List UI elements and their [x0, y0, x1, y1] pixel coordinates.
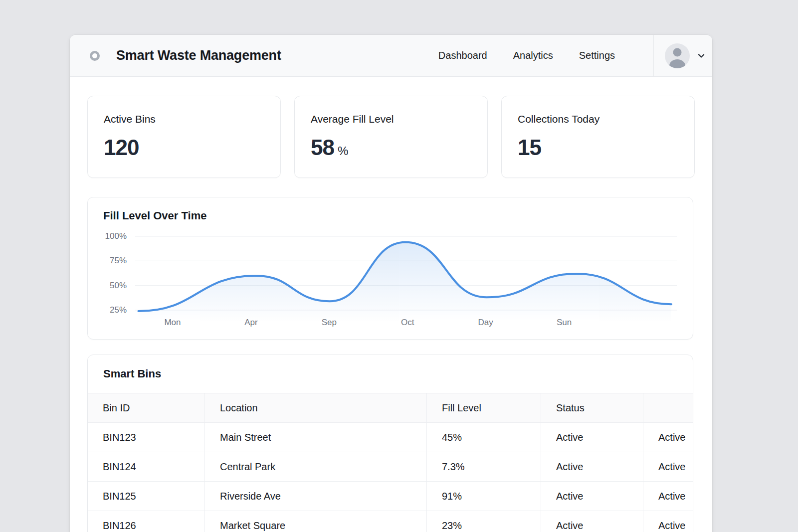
nav-item-analytics[interactable]: Analytics	[513, 50, 553, 61]
chart-title: Fill Level Over Time	[103, 209, 206, 222]
stat-label: Collections Today	[518, 113, 678, 125]
cell-bin-id: BIN126	[88, 511, 205, 532]
stat-label: Average Fill Level	[311, 113, 471, 125]
x-axis-label: Oct	[385, 317, 430, 328]
fill-level-chart	[135, 227, 677, 322]
stat-suffix: %	[338, 144, 348, 158]
cell-status: Active	[541, 452, 643, 481]
cell-status: Active	[541, 423, 643, 452]
cell-location: Market Square	[205, 511, 427, 532]
table-title: Smart Bins	[88, 355, 693, 393]
y-axis-label: 75%	[96, 255, 127, 266]
page: { "header": { "title": "Smart Waste Mana…	[0, 0, 798, 532]
cell-status-extra: Active	[643, 452, 693, 481]
fill-level-chart-card: Fill Level Over Time 100%75%50%25% MonAp…	[87, 197, 693, 340]
stat-value: 15	[518, 135, 678, 160]
cell-location: Riverside Ave	[205, 482, 427, 511]
smart-bins-table: Bin ID Location Fill Level Status BIN123…	[88, 393, 693, 532]
x-axis-label: Sun	[542, 317, 587, 328]
table-row: BIN124 Central Park 7.3% Active Active	[88, 452, 693, 481]
x-axis-label: Day	[463, 317, 508, 328]
user-menu[interactable]	[654, 43, 712, 68]
avatar[interactable]	[665, 43, 690, 68]
topbar: Smart Waste Management Dashboard Analyti…	[70, 35, 712, 77]
cell-bin-id: BIN124	[88, 452, 205, 481]
app-window: Smart Waste Management Dashboard Analyti…	[70, 35, 712, 532]
cell-bin-id: BIN123	[88, 423, 205, 452]
column-header-fill-level: Fill Level	[427, 393, 541, 422]
nav-item-settings[interactable]: Settings	[579, 50, 615, 61]
app-title: Smart Waste Management	[116, 48, 281, 63]
cell-status-extra: Active	[643, 511, 693, 532]
cell-bin-id: BIN125	[88, 482, 205, 511]
cell-location: Main Street	[205, 423, 427, 452]
cell-status-extra: Active	[643, 423, 693, 452]
cell-status-extra: Active	[643, 482, 693, 511]
column-header-bin-id: Bin ID	[88, 393, 205, 422]
column-header-status: Status	[541, 393, 643, 422]
stats-row: Active Bins 120 Average Fill Level 58% C…	[87, 96, 695, 178]
table-row: BIN125 Riverside Ave 91% Active Active	[88, 481, 693, 511]
x-axis-label: Mon	[150, 317, 195, 328]
stat-card-average-fill-level: Average Fill Level 58%	[294, 96, 488, 178]
cell-fill-level: 23%	[427, 511, 541, 532]
nav-item-dashboard[interactable]: Dashboard	[438, 50, 487, 61]
cell-status: Active	[541, 482, 643, 511]
x-axis-label: Apr	[228, 317, 273, 328]
table-row: BIN123 Main Street 45% Active Active	[88, 422, 693, 452]
column-header-location: Location	[205, 393, 427, 422]
user-icon	[665, 43, 690, 68]
cell-location: Central Park	[205, 452, 427, 481]
stat-value: 58%	[311, 135, 471, 160]
table-row: BIN126 Market Square 23% Active Active	[88, 511, 693, 532]
y-axis-label: 100%	[96, 231, 127, 242]
stat-value: 120	[104, 135, 264, 160]
x-axis-label: Sep	[307, 317, 352, 328]
main-nav: Dashboard Analytics Settings	[438, 50, 615, 61]
cell-status: Active	[541, 511, 643, 532]
stat-card-collections-today: Collections Today 15	[501, 96, 695, 178]
cell-fill-level: 91%	[427, 482, 541, 511]
chevron-down-icon[interactable]	[696, 51, 706, 61]
table-header-row: Bin ID Location Fill Level Status	[88, 393, 693, 422]
stat-label: Active Bins	[104, 113, 264, 125]
stat-card-active-bins: Active Bins 120	[87, 96, 281, 178]
y-axis-label: 25%	[96, 305, 127, 316]
ring-icon	[90, 51, 100, 61]
column-header-extra	[643, 393, 693, 422]
cell-fill-level: 45%	[427, 423, 541, 452]
smart-bins-card: Smart Bins Bin ID Location Fill Level St…	[87, 355, 693, 532]
cell-fill-level: 7.3%	[427, 452, 541, 481]
y-axis-label: 50%	[96, 280, 127, 291]
